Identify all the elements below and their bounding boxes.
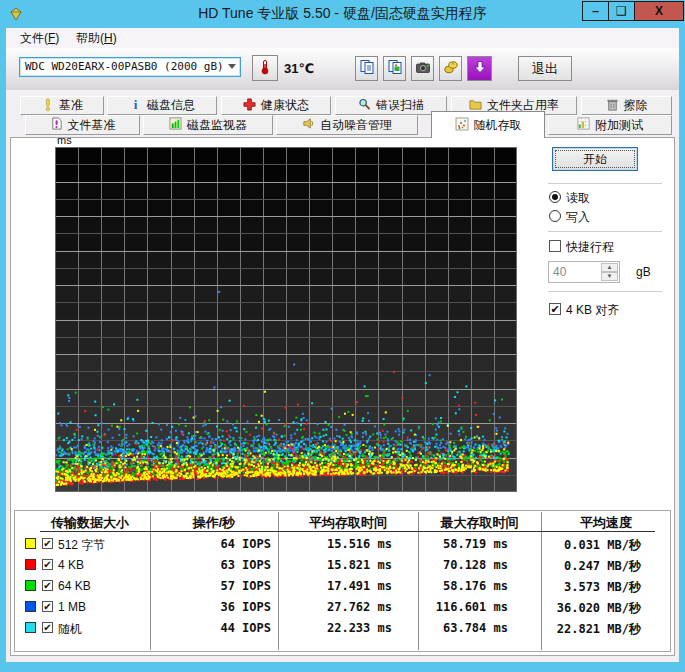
camera-icon [415, 59, 431, 78]
legend-square [25, 559, 36, 570]
tab-label: 附加测试 [595, 117, 643, 134]
avg-value: 27.762 ms [278, 600, 392, 614]
align-checkbox[interactable]: ✔ [549, 303, 561, 315]
series-label: 随机 [58, 621, 82, 638]
health-cross-icon [243, 98, 256, 114]
avg-value: 17.491 ms [278, 579, 392, 593]
separator [548, 291, 662, 293]
max-value: 58.719 ms [418, 537, 508, 551]
tab-disk-info[interactable]: i 磁盘信息 [107, 96, 217, 115]
save-results-button[interactable] [467, 56, 492, 81]
max-value: 63.784 ms [418, 621, 508, 635]
avg-value: 15.821 ms [278, 558, 392, 572]
svg-text:i: i [134, 98, 138, 111]
series-label: 64 KB [58, 579, 91, 593]
coins-icon [443, 59, 459, 78]
download-arrow-icon [472, 59, 488, 78]
tab-aam[interactable]: 自动噪音管理 [276, 115, 418, 135]
short-stroke-checkbox[interactable] [549, 240, 561, 252]
max-value: 116.601 ms [418, 600, 508, 614]
capacity-input[interactable]: 40 ▲ ▼ [548, 261, 620, 283]
benchmark-icon [41, 98, 54, 114]
y-axis-unit: ms [57, 134, 72, 146]
separator [548, 183, 662, 185]
col-header-max: 最大存取时间 [418, 514, 541, 532]
temperature-value: 31℃ [284, 61, 314, 76]
col-header-speed: 平均速度 [541, 514, 671, 532]
temperature-button[interactable] [252, 55, 278, 81]
separator [548, 231, 662, 233]
speed-value: 0.031 MB/秒 [541, 537, 641, 554]
ops-value: 57 IOPS [150, 579, 271, 593]
tab-disk-monitor[interactable]: 磁盘监视器 [143, 115, 273, 135]
tab-label: 磁盘监视器 [187, 117, 247, 134]
write-radio[interactable] [549, 210, 561, 222]
read-radio[interactable] [549, 191, 561, 203]
series-checkbox[interactable]: ✔ [42, 559, 53, 570]
align-label: 4 KB 对齐 [566, 302, 619, 319]
short-stroke-label: 快捷行程 [566, 239, 614, 256]
series-checkbox[interactable]: ✔ [42, 580, 53, 591]
tab-label: 文件基准 [68, 117, 116, 134]
minimize-button[interactable]: – [582, 1, 609, 21]
speed-value: 3.573 MB/秒 [541, 579, 641, 596]
max-value: 70.128 ms [418, 558, 508, 572]
access-time-scatter-chart [55, 147, 517, 492]
close-button[interactable]: X [634, 1, 684, 21]
series-checkbox[interactable]: ✔ [42, 538, 53, 549]
thermometer-icon [257, 59, 273, 78]
header-underline [40, 531, 655, 532]
avg-value: 15.516 ms [278, 537, 392, 551]
maximize-button[interactable]: ❑ [608, 1, 635, 21]
chart-grid-icon [577, 117, 590, 133]
col-header-ops: 操作/秒 [150, 514, 278, 532]
ops-value: 36 IOPS [150, 600, 271, 614]
series-checkbox[interactable]: ✔ [42, 622, 53, 633]
ops-value: 64 IOPS [150, 537, 271, 551]
series-label: 4 KB [58, 558, 84, 572]
tab-label: 自动噪音管理 [320, 117, 392, 134]
series-label: 1 MB [58, 600, 86, 614]
info-icon: i [129, 98, 142, 114]
ops-value: 63 IOPS [150, 558, 271, 572]
tab-random-access[interactable]: 随机存取 [431, 111, 545, 138]
read-label: 读取 [566, 190, 590, 207]
tab-file-benchmark[interactable]: 文件基准 [25, 115, 140, 135]
app-window: HD Tune 专业版 5.50 - 硬盘/固态硬盘实用程序 – ❑ X 文件(… [0, 0, 685, 672]
tab-health[interactable]: 健康状态 [221, 96, 331, 115]
spinner-down[interactable]: ▼ [601, 272, 618, 281]
tab-extra-tests[interactable]: 附加测试 [548, 115, 672, 135]
series-label: 512 字节 [58, 537, 105, 554]
export-button[interactable] [439, 56, 462, 81]
speed-value: 36.020 MB/秒 [541, 600, 641, 617]
tab-label: 擦除 [624, 97, 648, 114]
tab-benchmark[interactable]: 基准 [20, 96, 104, 115]
tab-erase[interactable]: 擦除 [581, 96, 672, 115]
legend-square [25, 601, 36, 612]
start-button[interactable]: 开始 [552, 147, 638, 171]
spinner-up[interactable]: ▲ [601, 263, 618, 272]
menu-help[interactable]: 帮助(H) [72, 30, 121, 46]
chevron-down-icon [228, 64, 236, 69]
screenshot-button[interactable] [411, 56, 434, 81]
speaker-icon [302, 117, 315, 133]
copy-image-button[interactable] [383, 56, 406, 81]
legend-square [25, 538, 36, 549]
title-bar: HD Tune 专业版 5.50 - 硬盘/固态硬盘实用程序 – ❑ X [0, 0, 685, 28]
tab-label: 错误扫描 [376, 97, 424, 114]
trash-icon [606, 98, 619, 114]
capacity-unit: gB [636, 265, 651, 279]
drive-select-value: WDC WD20EARX-00PASB0 (2000 gB) [25, 60, 224, 73]
exit-button[interactable]: 退出 [518, 56, 572, 81]
menu-file[interactable]: 文件(F) [16, 30, 63, 46]
legend-square [25, 622, 36, 633]
drive-select[interactable]: WDC WD20EARX-00PASB0 (2000 gB) [19, 57, 241, 77]
copy-image-icon [387, 59, 403, 78]
magnifier-icon [358, 98, 371, 114]
series-checkbox[interactable]: ✔ [42, 601, 53, 612]
file-benchmark-icon [50, 117, 63, 133]
copy-text-button[interactable] [355, 56, 378, 81]
monitor-bars-icon [169, 117, 182, 133]
menu-bar: 文件(F) 帮助(H) [6, 28, 679, 48]
avg-value: 22.233 ms [278, 621, 392, 635]
